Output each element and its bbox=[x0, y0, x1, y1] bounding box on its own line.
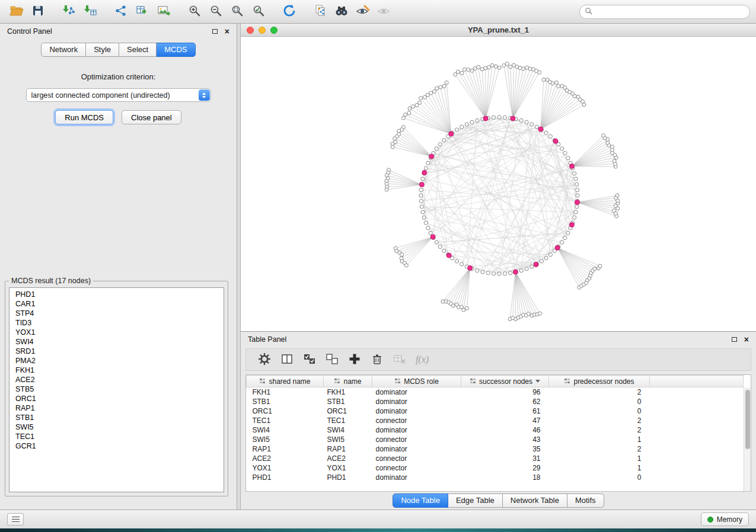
table-cell: 31 bbox=[461, 454, 549, 463]
clone-network-icon bbox=[314, 4, 327, 19]
table-cell: 43 bbox=[461, 435, 549, 444]
close-table-panel-icon[interactable]: × bbox=[744, 336, 749, 342]
result-node[interactable]: TID3 bbox=[15, 318, 224, 328]
sort-caret-icon bbox=[535, 380, 540, 383]
table-cell: 18 bbox=[461, 473, 549, 482]
result-node[interactable]: TEC1 bbox=[15, 432, 224, 441]
table-row[interactable]: ACE2ACE2connector311 bbox=[247, 454, 744, 463]
scrollbar-thumb[interactable] bbox=[745, 390, 750, 449]
export-image-button[interactable] bbox=[153, 2, 174, 21]
menu-button[interactable] bbox=[7, 513, 24, 525]
export-table-button[interactable] bbox=[132, 2, 153, 21]
result-node[interactable]: PHD1 bbox=[15, 290, 224, 299]
network-titlebar: YPA_prune.txt_1 bbox=[241, 24, 756, 37]
clone-network-button[interactable] bbox=[310, 2, 331, 21]
mcds-result-list: PHD1CAR1STP4TID3YOX1SWI4SRD1PMA2FKH1ACE2… bbox=[9, 287, 224, 492]
float-panel-icon[interactable] bbox=[212, 29, 218, 34]
table-row[interactable]: TEC1TEC1connector472 bbox=[247, 416, 744, 425]
zoom-fit-button[interactable] bbox=[227, 2, 248, 21]
save-button[interactable] bbox=[27, 2, 49, 21]
show-columns-button[interactable] bbox=[277, 351, 297, 368]
table-row[interactable]: YOX1YOX1connector291 bbox=[247, 463, 744, 473]
table-row[interactable]: ORC1ORC1dominator610 bbox=[247, 406, 744, 416]
table-cell-filler bbox=[650, 454, 744, 463]
tab-mcds[interactable]: MCDS bbox=[157, 43, 195, 57]
tab-select[interactable]: Select bbox=[119, 43, 157, 57]
import-network-button[interactable] bbox=[58, 2, 79, 21]
result-node[interactable]: ORC1 bbox=[15, 394, 224, 403]
table-row[interactable]: SWI5SWI5connector431 bbox=[247, 435, 744, 444]
uncheck-all-icon bbox=[326, 352, 339, 367]
apply-layout-button[interactable] bbox=[279, 2, 300, 21]
tab-style[interactable]: Style bbox=[86, 43, 119, 57]
table-cell: dominator bbox=[372, 444, 461, 454]
select-all-button[interactable] bbox=[299, 351, 320, 368]
result-node[interactable]: SRD1 bbox=[15, 347, 224, 356]
toolbar-search[interactable] bbox=[579, 5, 750, 19]
find-button[interactable] bbox=[331, 2, 352, 21]
table-cell: 61 bbox=[461, 406, 549, 416]
open-file-button[interactable] bbox=[6, 2, 27, 21]
show-hide-button[interactable] bbox=[374, 2, 395, 21]
table-panel-header: Table Panel × bbox=[241, 332, 756, 347]
column-header-shared-name[interactable]: shared name bbox=[247, 376, 324, 387]
result-node[interactable]: YOX1 bbox=[15, 328, 224, 337]
fx-icon: f(x) bbox=[416, 354, 429, 365]
result-node[interactable]: SWI4 bbox=[15, 337, 224, 347]
table-row[interactable]: FKH1FKH1dominator962 bbox=[247, 387, 744, 397]
run-mcds-button[interactable]: Run MCDS bbox=[55, 110, 113, 124]
table-settings-button[interactable] bbox=[254, 351, 275, 368]
column-header-successor-nodes[interactable]: successor nodes bbox=[461, 376, 549, 387]
table-scrollbar[interactable] bbox=[744, 387, 751, 491]
column-header-name[interactable]: name bbox=[324, 376, 372, 387]
style-edit-button[interactable] bbox=[352, 2, 374, 21]
column-header-predecessor-nodes[interactable]: predecessor nodes bbox=[549, 376, 650, 387]
table-cell: 0 bbox=[549, 473, 650, 482]
floppy-icon bbox=[31, 4, 44, 19]
search-input[interactable] bbox=[595, 8, 745, 16]
table-tab-edge-table[interactable]: Edge Table bbox=[448, 493, 503, 508]
export-network-button[interactable] bbox=[110, 2, 132, 21]
tab-network[interactable]: Network bbox=[41, 43, 86, 57]
delete-column-button[interactable] bbox=[367, 351, 387, 368]
table-cell-filler bbox=[650, 425, 744, 435]
table-row[interactable]: RAP1RAP1dominator352 bbox=[247, 444, 744, 454]
table-toolbar: f(x) bbox=[245, 348, 751, 371]
table-tab-node-table[interactable]: Node Table bbox=[393, 493, 448, 508]
close-panel-button[interactable]: Close panel bbox=[122, 110, 181, 124]
table-row[interactable]: SWI4SWI4dominator462 bbox=[247, 425, 744, 435]
optimization-select[interactable]: largest connected component (undirected) bbox=[26, 88, 211, 102]
table-cell: dominator bbox=[372, 387, 461, 397]
close-panel-icon[interactable]: × bbox=[225, 28, 229, 34]
create-column-button[interactable] bbox=[344, 351, 365, 368]
result-node[interactable]: STB1 bbox=[15, 413, 224, 422]
node-table: shared namenameMCDS rolesuccessor nodesp… bbox=[245, 374, 751, 492]
deselect-all-button[interactable] bbox=[322, 351, 342, 368]
result-node[interactable]: GCR1 bbox=[15, 441, 224, 451]
export-table-icon bbox=[136, 4, 149, 19]
column-header-label: MCDS role bbox=[404, 377, 439, 386]
result-node[interactable]: FKH1 bbox=[15, 366, 224, 375]
table-row[interactable]: STB1STB1dominator620 bbox=[247, 397, 744, 406]
zoom-selected-button[interactable] bbox=[248, 2, 269, 21]
network-canvas[interactable] bbox=[241, 37, 756, 332]
memory-button[interactable]: Memory bbox=[701, 512, 749, 526]
result-node[interactable]: RAP1 bbox=[15, 403, 224, 413]
zoom-in-button[interactable] bbox=[184, 2, 205, 21]
result-node[interactable]: CAR1 bbox=[15, 299, 224, 309]
column-type-icon bbox=[564, 378, 570, 384]
result-node[interactable]: SWI5 bbox=[15, 422, 224, 432]
table-tab-motifs[interactable]: Motifs bbox=[567, 493, 604, 508]
table-cell: 35 bbox=[461, 444, 549, 454]
result-node[interactable]: PMA2 bbox=[15, 356, 224, 366]
result-node[interactable]: STB5 bbox=[15, 384, 224, 394]
table-tab-network-table[interactable]: Network Table bbox=[503, 493, 567, 508]
table-cell: connector bbox=[372, 435, 461, 444]
float-table-panel-icon[interactable] bbox=[732, 337, 737, 342]
import-table-button[interactable] bbox=[79, 2, 101, 21]
result-node[interactable]: STP4 bbox=[15, 309, 224, 318]
column-header-MCDS-role[interactable]: MCDS role bbox=[372, 376, 461, 387]
zoom-out-button[interactable] bbox=[205, 2, 227, 21]
table-row[interactable]: PHD1PHD1dominator180 bbox=[247, 473, 744, 482]
result-node[interactable]: ACE2 bbox=[15, 375, 224, 384]
